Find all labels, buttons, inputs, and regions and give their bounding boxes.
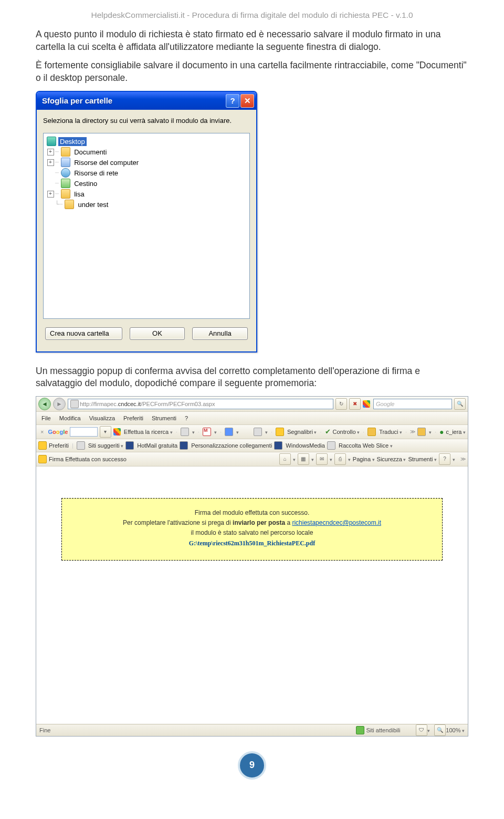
tools-menu[interactable]: Strumenti [408, 456, 437, 462]
home-button[interactable]: ⌂ [279, 453, 291, 465]
desktop-icon [47, 137, 56, 146]
security-menu[interactable]: Sicurezza [377, 456, 406, 462]
slice-link[interactable]: Raccolta Web Slice [339, 442, 393, 449]
gmail-icon[interactable]: M [203, 428, 211, 436]
ok-button[interactable]: OK [130, 327, 185, 340]
close-button[interactable]: ✕ [240, 94, 254, 108]
fav-star-icon [38, 441, 47, 450]
menu-file[interactable]: File [38, 414, 54, 422]
notice-line3: il modulo è stato salvato nel percorso l… [67, 528, 437, 538]
menu-tools[interactable]: Strumenti [149, 414, 180, 422]
browser-nav-row: ◄ ► http://firmapec.cndcec.it/PECForm/PE… [36, 397, 468, 412]
slice-icon [327, 441, 335, 450]
toolbar-x[interactable]: × [40, 429, 44, 435]
protected-mode-icon[interactable]: 🛡 [416, 724, 427, 736]
paragraph-3: Un messaggio popup di conferma avvisa de… [36, 365, 468, 390]
favorites-label[interactable]: Preferiti [49, 442, 69, 449]
dialog-instruction: Seleziona la directory su cui verrà salv… [43, 116, 250, 126]
tree-root[interactable]: Desktop [46, 137, 247, 147]
folder-icon [61, 147, 70, 157]
menu-view[interactable]: Visualizza [86, 414, 118, 422]
pers-link[interactable]: Personalizzazione collegamenti [191, 442, 272, 449]
bookmarks-icon [276, 428, 284, 436]
expand-icon[interactable]: + [47, 191, 54, 198]
wm-icon [274, 441, 282, 450]
stop-button[interactable]: ✖ [349, 398, 361, 410]
folder-icon [65, 200, 74, 209]
expand-icon[interactable]: + [47, 159, 54, 166]
search-button[interactable]: 🔍 [454, 398, 466, 410]
folder-tree[interactable]: Desktop + ┈ Documenti + ┈ Risorse del co… [43, 133, 250, 319]
user-status-icon: ● [439, 428, 444, 436]
sugg-btn[interactable]: Siti suggeriti [88, 442, 123, 449]
wm-link[interactable]: WindowsMedia [286, 442, 325, 449]
menu-fav[interactable]: Preferiti [120, 414, 146, 422]
paragraph-2: È fortemente consigliabile salvare il do… [36, 59, 468, 84]
feed-button[interactable]: ▦ [298, 453, 309, 465]
help-button[interactable]: ? [226, 94, 239, 108]
address-bar[interactable]: http://firmapec.cndcec.it/PECForm/PECFor… [68, 399, 333, 409]
more-icon[interactable] [254, 428, 262, 436]
notice-email-link[interactable]: richiestapecndcec@postecom.it [292, 519, 381, 526]
hotmail-icon [125, 441, 134, 450]
tree-item-label: Risorse del computer [72, 158, 140, 167]
google-search-input[interactable] [70, 427, 97, 437]
status-left: Fine [39, 727, 50, 733]
tree-item[interactable]: + ┈ lisa [46, 189, 247, 199]
tab-bar: Firma Effettuata con successo ⌂ ▦ ✉ ⎙ Pa… [36, 452, 468, 466]
back-button[interactable]: ◄ [38, 398, 51, 410]
tree-item[interactable]: ┈ Cestino [46, 179, 247, 189]
wrench-icon[interactable] [417, 428, 426, 436]
page-header: HelpdeskCommercialisti.it - Procedura di… [36, 11, 468, 20]
tab-favicon [38, 455, 47, 463]
page-menu[interactable]: Pagina [353, 456, 375, 462]
menu-edit[interactable]: Modifica [56, 414, 84, 422]
sugg-icon [77, 441, 85, 450]
zoom-level[interactable]: 100% [446, 727, 465, 733]
recycle-icon [61, 179, 70, 188]
go-button[interactable]: ↻ [335, 398, 347, 410]
hotmail-link[interactable]: HotMail gratuita [137, 442, 177, 449]
page-icon [70, 400, 79, 408]
share-icon[interactable] [225, 428, 233, 436]
help-menu-button[interactable]: ? [439, 453, 450, 465]
url-prefix: http://firmapec. [80, 401, 118, 407]
tree-root-label: Desktop [58, 137, 87, 146]
tree-item-label: Risorse di rete [72, 169, 120, 178]
tree-item-label: under test [76, 200, 110, 209]
network-icon [61, 168, 70, 178]
folder-icon [61, 189, 70, 199]
expand-icon[interactable]: + [47, 149, 54, 155]
forward-button[interactable]: ► [53, 398, 66, 410]
dialog-titlebar: Sfoglia per cartelle ? ✕ [37, 92, 256, 110]
google-label: Google [48, 429, 68, 435]
traduci-btn[interactable]: Traduci [379, 429, 402, 435]
mail-button[interactable]: ✉ [316, 453, 328, 465]
tree-item-label: Cestino [72, 179, 99, 188]
zoom-button[interactable]: 🔍 [434, 724, 446, 736]
tree-item[interactable]: └┈ under test [46, 200, 247, 210]
browser-menu-row: File Modifica Visualizza Preferiti Strum… [36, 412, 468, 425]
tree-item[interactable]: ┈ Risorse di rete [46, 168, 247, 178]
google-dd[interactable]: ▾ [100, 426, 111, 438]
user-label[interactable]: c_iera [446, 429, 466, 435]
print-button[interactable]: ⎙ [334, 453, 346, 465]
cancel-button[interactable]: Annulla [192, 327, 248, 340]
notice-path: G:\temp\riecst62m31h501m_RichiestaPEC.pd… [67, 538, 437, 548]
status-bar: Fine Siti attendibili 🛡 🔍 100% [36, 724, 468, 736]
bookmarks-btn[interactable]: Segnalibri [287, 429, 317, 435]
menu-help[interactable]: ? [182, 414, 191, 422]
tab-title[interactable]: Firma Effettuata con successo [49, 456, 127, 462]
controllo-btn[interactable]: Controllo [333, 429, 360, 435]
tree-item[interactable]: + ┈ Risorse del computer [46, 158, 247, 168]
favorites-bar: Preferiti | Siti suggeriti HotMail gratu… [36, 439, 468, 452]
google-search-btn[interactable]: Effettua la ricerca [124, 429, 173, 435]
search-box[interactable]: Google [373, 399, 452, 409]
google-toolbar: × Google ▾ Effettua la ricerca · · M · ·… [36, 425, 468, 439]
tree-item[interactable]: + ┈ Documenti [46, 147, 247, 157]
url-path: /PECForm/PECForm03.aspx [141, 401, 215, 407]
translate-icon [368, 428, 376, 436]
google-icon [363, 400, 370, 408]
create-folder-button[interactable]: Crea nuova cartella [45, 327, 122, 340]
img-icon[interactable] [181, 428, 189, 436]
